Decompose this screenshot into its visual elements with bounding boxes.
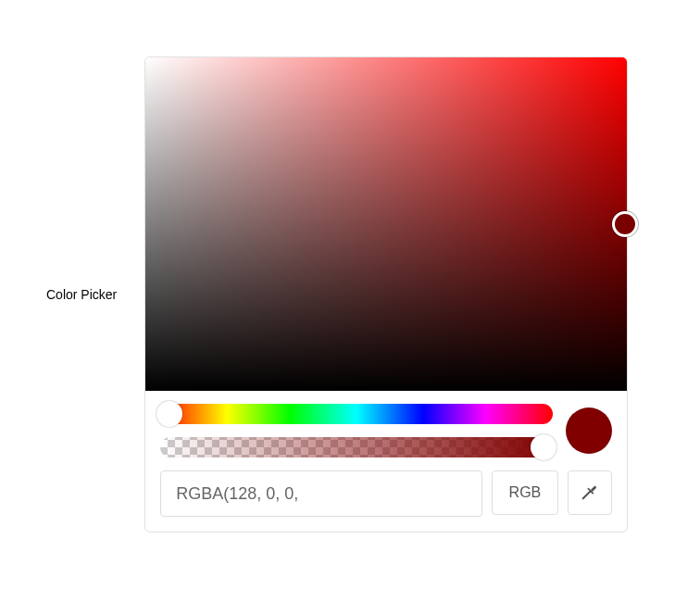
alpha-slider[interactable] (160, 437, 553, 457)
color-preview-swatch (566, 407, 612, 454)
eyedropper-icon (581, 482, 599, 504)
hue-thumb (156, 401, 182, 427)
picker-controls: RGB (145, 391, 627, 532)
alpha-thumb (531, 434, 556, 460)
color-value-input[interactable] (160, 470, 481, 517)
inputs-row: RGB (160, 470, 612, 517)
eyedropper-button[interactable] (568, 470, 612, 515)
saturation-value-cursor (612, 211, 638, 237)
color-picker-panel: RGB (144, 56, 628, 533)
sliders-row (160, 404, 612, 457)
color-mode-toggle[interactable]: RGB (492, 470, 559, 515)
field-label: Color Picker (46, 287, 117, 302)
hue-slider[interactable] (160, 404, 553, 424)
sliders-column (160, 404, 553, 457)
saturation-value-area[interactable] (145, 57, 627, 391)
